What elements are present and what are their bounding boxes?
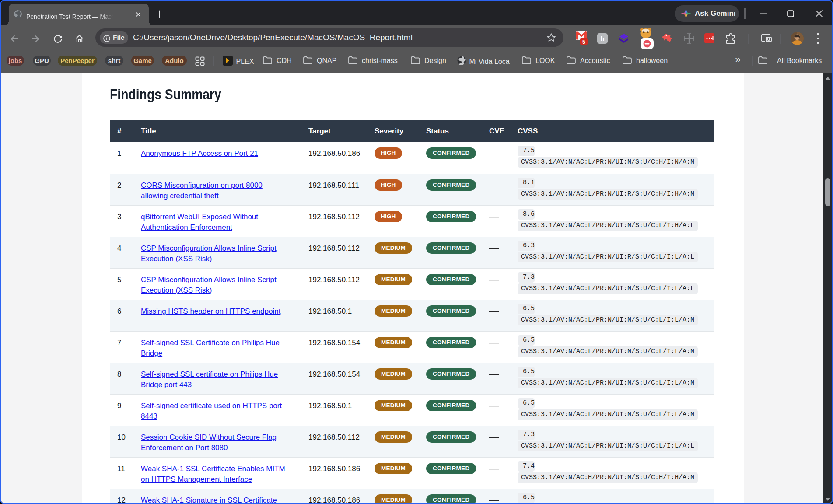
svg-text:h: h <box>600 35 605 43</box>
svg-text:5: 5 <box>582 39 585 45</box>
